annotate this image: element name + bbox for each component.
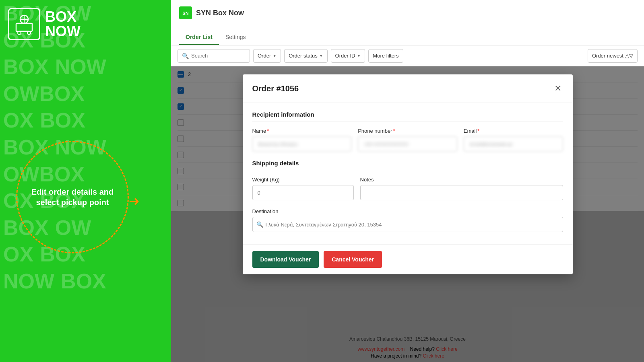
right-panel: SN SYN Box Now Order List Settings 🔍 Sea… (171, 0, 644, 362)
sort-chevron-icon: △▽ (625, 53, 633, 59)
more-filters-button[interactable]: More filters (368, 49, 403, 63)
chevron-down-icon: ▼ (319, 53, 323, 58)
modal-overlay: Order #1056 ✕ Recipient information Name… (171, 66, 644, 362)
email-label: Email* (464, 128, 563, 134)
email-input[interactable] (464, 136, 563, 152)
search-box[interactable]: 🔍 Search (178, 49, 250, 63)
weight-label: Weight (Kg) (252, 177, 354, 183)
phone-field-group: Phone number* (358, 128, 457, 152)
title-bar: SN SYN Box Now (171, 0, 644, 26)
weight-input[interactable] (252, 185, 354, 200)
tab-settings[interactable]: Settings (219, 30, 252, 45)
app-title: SYN Box Now (196, 9, 244, 17)
left-panel: BOXOW OXBOX BOXNOW OWBOX OXBOX BOXNOW OW… (0, 0, 171, 362)
arrow-icon: ➜ (129, 193, 140, 209)
shipping-section-title: Shipping details (252, 160, 563, 170)
download-voucher-button[interactable]: Download Voucher (252, 251, 319, 268)
modal-body: Recipient information Name* Phone num (243, 103, 573, 244)
destination-label: Destination (252, 208, 563, 214)
logo-icon (8, 8, 40, 40)
notes-field-group: Notes (360, 177, 563, 200)
order-filter-button[interactable]: Order ▼ (253, 49, 281, 63)
app-icon: SN (179, 6, 192, 19)
order-status-filter-button[interactable]: Order status ▼ (284, 49, 327, 63)
toolbar: 🔍 Search Order ▼ Order status ▼ Order ID… (171, 45, 644, 66)
phone-input[interactable] (358, 136, 457, 152)
name-label: Name* (252, 128, 352, 134)
shipping-form-row: Weight (Kg) Notes (252, 177, 563, 200)
sort-selector[interactable]: Order newest △▽ (588, 49, 638, 63)
modal-title: Order #1056 (252, 84, 299, 93)
destination-input[interactable] (252, 217, 563, 232)
svg-rect-3 (16, 23, 32, 31)
circle-text: Edit order details and select pickup poi… (17, 179, 128, 216)
tab-order-list[interactable]: Order List (179, 30, 219, 45)
notes-label: Notes (360, 177, 563, 183)
logo-area: BOX NOW (8, 8, 80, 40)
chevron-down-icon: ▼ (272, 53, 277, 58)
close-button[interactable]: ✕ (553, 82, 563, 95)
destination-search-icon: 🔍 (256, 221, 263, 228)
destination-input-wrap: 🔍 (252, 217, 563, 232)
chevron-down-icon: ▼ (357, 53, 361, 58)
cancel-voucher-button[interactable]: Cancel Voucher (324, 251, 382, 268)
orange-circle: Edit order details and select pickup poi… (16, 141, 129, 253)
modal-footer: Download Voucher Cancel Voucher (243, 244, 573, 274)
recipient-form-row: Name* Phone number* (252, 128, 563, 152)
tabs-bar: Order List Settings (171, 26, 644, 45)
svg-text:SN: SN (182, 11, 188, 16)
order-modal: Order #1056 ✕ Recipient information Name… (243, 74, 573, 274)
name-input[interactable] (252, 136, 352, 152)
weight-field-group: Weight (Kg) (252, 177, 354, 200)
app-window: SN SYN Box Now Order List Settings 🔍 Sea… (171, 0, 644, 362)
email-field-group: Email* (464, 128, 563, 152)
search-icon: 🔍 (182, 53, 189, 59)
content-area: — 2 ✓ ✓ (171, 66, 644, 362)
recipient-section-title: Recipient information (252, 111, 563, 121)
search-text: Search (191, 53, 208, 59)
order-id-filter-button[interactable]: Order ID ▼ (331, 49, 365, 63)
logo-text: BOX NOW (45, 10, 80, 39)
phone-label: Phone number* (358, 128, 457, 134)
notes-input[interactable] (360, 185, 563, 200)
modal-header: Order #1056 ✕ (243, 74, 573, 103)
name-field-group: Name* (252, 128, 352, 152)
destination-field-group: Destination 🔍 (252, 208, 563, 232)
